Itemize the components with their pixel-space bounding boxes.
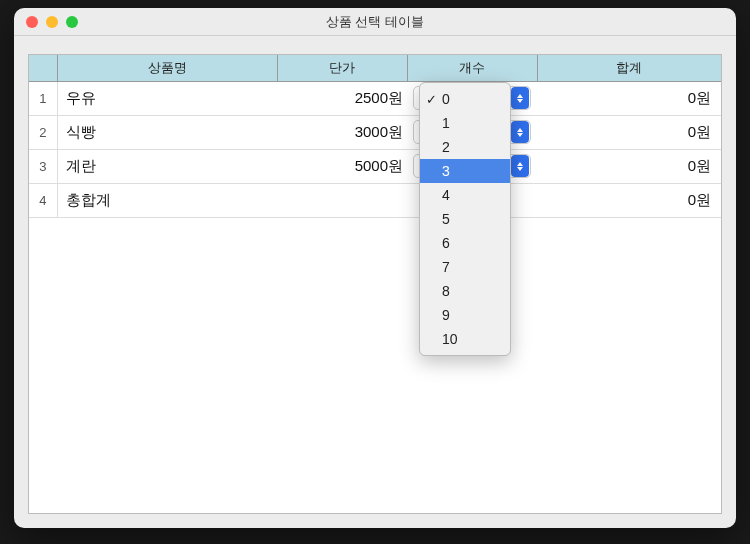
row-num: 3 bbox=[29, 149, 57, 183]
dropdown-option[interactable]: 9 bbox=[420, 303, 510, 327]
dropdown-option[interactable]: 3 bbox=[420, 159, 510, 183]
table-row: 1 우유 2500원 0 0원 bbox=[29, 81, 721, 115]
close-icon[interactable] bbox=[26, 16, 38, 28]
table-container: 상품명 단가 개수 합계 1 우유 2500원 0 bbox=[28, 54, 722, 514]
cell-total[interactable]: 0원 bbox=[537, 115, 721, 149]
dropdown-option[interactable]: 4 bbox=[420, 183, 510, 207]
cell-total[interactable]: 0원 bbox=[537, 149, 721, 183]
row-num: 4 bbox=[29, 183, 57, 217]
header-rownum bbox=[29, 55, 57, 81]
cell-name[interactable]: 총합계 bbox=[57, 183, 277, 217]
table-header-row: 상품명 단가 개수 합계 bbox=[29, 55, 721, 81]
product-table: 상품명 단가 개수 합계 1 우유 2500원 0 bbox=[29, 55, 721, 218]
table-row: 2 식빵 3000원 0 0원 bbox=[29, 115, 721, 149]
qty-dropdown-menu: 0 1 2 3 4 5 6 7 8 9 10 bbox=[419, 82, 511, 356]
window-title: 상품 선택 테이블 bbox=[26, 13, 724, 31]
header-price: 단가 bbox=[277, 55, 407, 81]
traffic-lights bbox=[26, 16, 78, 28]
table-row: 3 계란 5000원 0 0원 bbox=[29, 149, 721, 183]
dropdown-option[interactable]: 5 bbox=[420, 207, 510, 231]
cell-price[interactable]: 3000원 bbox=[277, 115, 407, 149]
dropdown-option[interactable]: 0 bbox=[420, 87, 510, 111]
table-body: 1 우유 2500원 0 0원 2 식빵 3000원 bbox=[29, 81, 721, 217]
dropdown-option[interactable]: 7 bbox=[420, 255, 510, 279]
cell-price[interactable]: 2500원 bbox=[277, 81, 407, 115]
cell-price[interactable] bbox=[277, 183, 407, 217]
header-total: 합계 bbox=[537, 55, 721, 81]
dropdown-option[interactable]: 8 bbox=[420, 279, 510, 303]
cell-total[interactable]: 0원 bbox=[537, 183, 721, 217]
row-num: 1 bbox=[29, 81, 57, 115]
cell-total[interactable]: 0원 bbox=[537, 81, 721, 115]
stepper-icon[interactable] bbox=[511, 87, 529, 109]
dropdown-option[interactable]: 1 bbox=[420, 111, 510, 135]
row-num: 2 bbox=[29, 115, 57, 149]
dropdown-option[interactable]: 6 bbox=[420, 231, 510, 255]
stepper-icon[interactable] bbox=[511, 155, 529, 177]
titlebar: 상품 선택 테이블 bbox=[14, 8, 736, 36]
cell-name[interactable]: 우유 bbox=[57, 81, 277, 115]
table-row: 4 총합계 0원 bbox=[29, 183, 721, 217]
minimize-icon[interactable] bbox=[46, 16, 58, 28]
header-name: 상품명 bbox=[57, 55, 277, 81]
cell-name[interactable]: 식빵 bbox=[57, 115, 277, 149]
cell-price[interactable]: 5000원 bbox=[277, 149, 407, 183]
zoom-icon[interactable] bbox=[66, 16, 78, 28]
stepper-icon[interactable] bbox=[511, 121, 529, 143]
cell-name[interactable]: 계란 bbox=[57, 149, 277, 183]
dropdown-option[interactable]: 2 bbox=[420, 135, 510, 159]
header-qty: 개수 bbox=[407, 55, 537, 81]
dropdown-option[interactable]: 10 bbox=[420, 327, 510, 351]
app-window: 상품 선택 테이블 상품명 단가 개수 합계 1 우유 2500원 bbox=[14, 8, 736, 528]
